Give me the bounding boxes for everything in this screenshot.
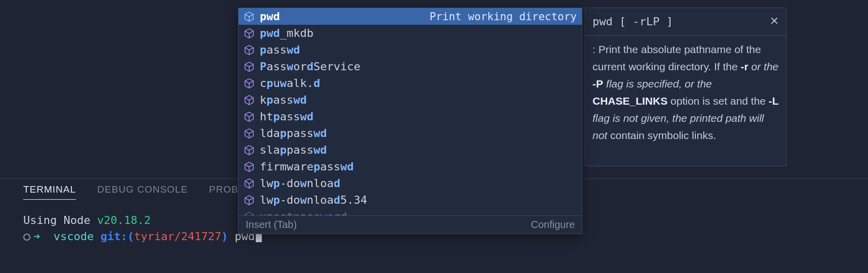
prompt-status-icon [23,234,30,241]
suggest-item[interactable]: PasswordService [239,58,582,75]
suggest-item-desc: Print working directory [429,11,577,23]
node-version-text: v20.18.2 [97,214,151,226]
module-icon [244,61,255,72]
suggest-item[interactable]: kpasswd [239,92,582,108]
tab-debug-console[interactable]: DEBUG CONSOLE [97,184,188,200]
module-icon [244,195,255,206]
suggest-widget[interactable]: pwdPrint working directory pwd_mkdb pass… [238,8,582,234]
suggest-item-label: lwp-download [260,177,340,190]
suggest-list[interactable]: pwdPrint working directory pwd_mkdb pass… [239,8,582,215]
suggest-item-label: kpasswd [260,94,307,106]
suggest-item[interactable]: ldappasswd [239,125,582,142]
prompt-git-prefix: git:( [100,230,134,243]
module-icon [244,44,255,56]
node-prefix-text: Using Node [23,214,97,226]
details-body: : Print the absolute pathname of the cur… [593,41,779,144]
module-icon [244,111,255,122]
panel-tabs: TERMINAL DEBUG CONSOLE PROBLEMS [0,184,266,200]
suggest-item-label: PasswordService [260,60,361,73]
suggest-item-label: pwd_mkdb [260,27,313,39]
suggest-insert-hint: Insert (Tab) [246,219,297,231]
suggest-item[interactable]: unsetpassword [239,208,582,215]
suggest-item[interactable]: pwdPrint working directory [239,8,582,25]
suggest-item-label: unsetpassword [260,210,347,215]
module-icon [244,211,255,216]
suggest-item-label: pwd [260,10,280,23]
details-signature: pwd [ -rLP ] [593,13,673,30]
suggest-item-label: htpasswd [260,110,313,123]
module-icon [244,178,255,189]
suggest-item-label: firmwarepasswd [260,160,353,173]
suggest-item-label: passwd [260,43,300,56]
module-icon [244,11,255,22]
close-icon[interactable] [770,13,779,22]
suggest-item[interactable]: lwp-download5.34 [239,192,582,208]
suggest-item[interactable]: htpasswd [239,108,582,125]
module-icon [244,161,255,172]
prompt-git-suffix: ) [221,230,228,243]
suggest-item-label: cpuwalk.d [260,77,320,89]
suggest-details: pwd [ -rLP ] : Print the absolute pathna… [585,8,786,166]
suggest-item-label: ldappasswd [260,127,327,140]
module-icon [244,78,255,89]
suggest-item[interactable]: pwd_mkdb [239,25,582,41]
module-icon [244,95,255,106]
suggest-item[interactable]: slappasswd [239,142,582,158]
prompt-arrow-icon: ➜ [33,230,40,243]
suggest-item-label: lwp-download5.34 [260,194,367,206]
suggest-item-label: slappasswd [260,144,327,156]
module-icon [244,128,255,139]
suggest-item[interactable]: cpuwalk.d [239,75,582,92]
suggest-item[interactable]: passwd [239,41,582,58]
tab-terminal[interactable]: TERMINAL [23,184,76,200]
prompt-branch-text: tyriar/241727 [134,230,221,243]
module-icon [244,145,255,156]
prompt-folder-text: vscode [54,230,94,243]
suggest-item[interactable]: firmwarepasswd [239,158,582,175]
suggest-status-bar: Insert (Tab) Configure [239,215,582,234]
suggest-configure-link[interactable]: Configure [531,219,575,231]
module-icon [244,28,255,39]
suggest-item[interactable]: lwp-download [239,175,582,192]
